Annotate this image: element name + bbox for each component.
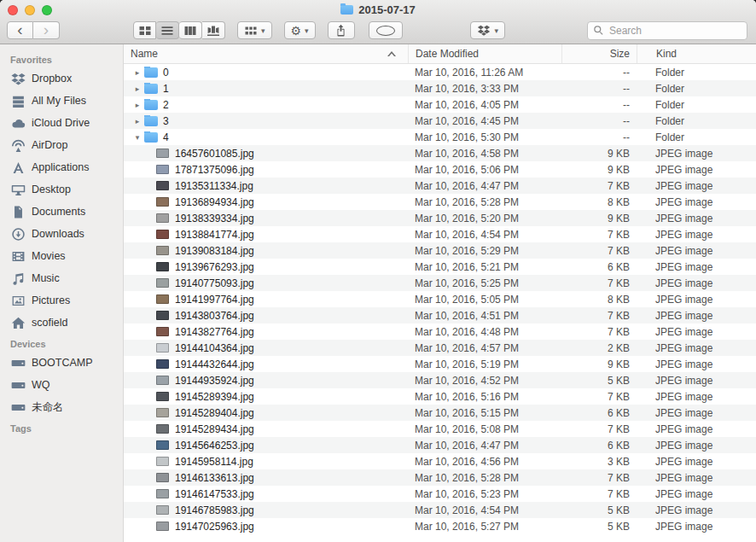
date-modified-cell: Mar 10, 2016, 5:08 PM <box>408 423 561 435</box>
table-row[interactable]: 19143803764.jpgMar 10, 2016, 4:51 PM7 KB… <box>124 307 756 323</box>
table-row[interactable]: 19144935924.jpgMar 10, 2016, 4:52 PM5 KB… <box>124 372 756 388</box>
sidebar-item-label: Applications <box>32 161 89 173</box>
disclosure-triangle[interactable]: ▸ <box>131 101 144 109</box>
file-name-cell: ▾4 <box>124 131 408 143</box>
disclosure-triangle[interactable]: ▾ <box>131 133 144 142</box>
table-row[interactable]: 19139676293.jpgMar 10, 2016, 5:21 PM6 KB… <box>124 259 756 275</box>
table-row[interactable]: 19146147533.jpgMar 10, 2016, 5:23 PM7 KB… <box>124 486 756 502</box>
sidebar-section-label: Favorites <box>0 50 123 67</box>
sidebar-item-bootcamp[interactable]: BOOTCAMP <box>0 352 123 374</box>
image-file-icon <box>156 327 169 336</box>
table-row[interactable]: 19135311334.jpgMar 10, 2016, 4:47 PM7 KB… <box>124 178 756 194</box>
file-name: 19144104364.jpg <box>175 342 254 354</box>
column-header-name[interactable]: Name <box>124 44 408 63</box>
forward-button[interactable]: › <box>33 21 60 39</box>
proxy-folder-icon <box>340 5 353 15</box>
date-modified-cell: Mar 10, 2016, 3:33 PM <box>408 83 561 95</box>
sidebar-item-dropbox[interactable]: Dropbox <box>0 67 123 90</box>
table-row[interactable]: 19139083184.jpgMar 10, 2016, 5:29 PM7 KB… <box>124 242 756 259</box>
sidebar-item--[interactable]: 未命名 <box>0 396 123 418</box>
table-row[interactable]: 19143827764.jpgMar 10, 2016, 4:48 PM7 KB… <box>124 323 756 340</box>
sidebar-item-label: All My Files <box>32 95 86 107</box>
file-name-cell: 19144935924.jpg <box>124 375 408 387</box>
search-field[interactable] <box>587 21 747 40</box>
kind-cell: JPEG image <box>637 407 756 419</box>
size-cell: 9 KB <box>561 148 637 160</box>
action-menu-button[interactable]: ⚙ ▾ <box>284 21 316 39</box>
back-button[interactable]: ‹ <box>7 21 33 39</box>
file-name: 19139676293.jpg <box>175 261 254 273</box>
column-header-date-modified[interactable]: Date Modified <box>408 44 561 63</box>
image-file-icon <box>156 505 169 515</box>
sidebar-item-applications[interactable]: Applications <box>0 156 123 178</box>
table-row[interactable]: 17871375096.jpgMar 10, 2016, 5:06 PM9 KB… <box>124 161 756 178</box>
table-row[interactable]: 19141997764.jpgMar 10, 2016, 5:05 PM8 KB… <box>124 291 756 307</box>
list-view-button[interactable] <box>156 21 179 39</box>
table-row[interactable]: ▾4Mar 10, 2016, 5:30 PM--Folder <box>124 129 756 145</box>
kind-cell: JPEG image <box>637 375 756 387</box>
image-file-icon <box>156 473 169 482</box>
sidebar-item-scofield[interactable]: scofield <box>0 312 123 334</box>
image-file-icon <box>156 230 169 239</box>
table-row[interactable]: 19145289394.jpgMar 10, 2016, 5:16 PM7 KB… <box>124 388 756 405</box>
table-row[interactable]: 19136894934.jpgMar 10, 2016, 5:28 PM8 KB… <box>124 194 756 210</box>
sidebar-item-downloads[interactable]: Downloads <box>0 223 123 245</box>
app-icon <box>11 160 26 175</box>
column-header-kind[interactable]: Kind <box>637 44 756 63</box>
table-row[interactable]: ▸0Mar 10, 2016, 11:26 AM--Folder <box>124 64 756 80</box>
image-file-icon <box>156 457 169 466</box>
disclosure-triangle[interactable]: ▸ <box>131 117 144 125</box>
table-row[interactable]: ▸2Mar 10, 2016, 4:05 PM--Folder <box>124 96 756 113</box>
sidebar-item-music[interactable]: Music <box>0 267 123 289</box>
share-button[interactable] <box>328 21 355 39</box>
table-row[interactable]: 19138841774.jpgMar 10, 2016, 4:54 PM7 KB… <box>124 226 756 242</box>
arrange-menu-button[interactable]: ▾ <box>237 21 272 39</box>
sidebar-item-wq[interactable]: WQ <box>0 374 123 396</box>
sidebar-item-airdrop[interactable]: AirDrop <box>0 134 123 156</box>
table-row[interactable]: ▸1Mar 10, 2016, 3:33 PM--Folder <box>124 80 756 96</box>
dropbox-menu-button[interactable]: ▾ <box>470 21 505 39</box>
sidebar-item-documents[interactable]: Documents <box>0 201 123 223</box>
table-row[interactable]: 19146785983.jpgMar 10, 2016, 4:54 PM5 KB… <box>124 502 756 518</box>
table-row[interactable]: 19147025963.jpgMar 10, 2016, 5:27 PM5 KB… <box>124 518 756 534</box>
file-name-cell: 19145958114.jpg <box>124 456 408 468</box>
coverflow-view-button[interactable] <box>202 21 225 39</box>
table-row[interactable]: 19145289404.jpgMar 10, 2016, 5:15 PM6 KB… <box>124 405 756 421</box>
image-file-icon <box>156 181 169 190</box>
table-row[interactable]: 19145289434.jpgMar 10, 2016, 5:08 PM7 KB… <box>124 421 756 437</box>
column-header-size[interactable]: Size <box>561 44 637 63</box>
search-input[interactable] <box>608 24 741 38</box>
sidebar-item-label: Desktop <box>32 184 71 195</box>
file-name-cell: 19146785983.jpg <box>124 504 408 516</box>
image-file-icon <box>156 165 169 174</box>
file-name: 19143803764.jpg <box>175 310 254 322</box>
column-view-button[interactable] <box>179 21 202 39</box>
file-name: 19139083184.jpg <box>175 245 254 257</box>
table-row[interactable]: 19145958114.jpgMar 10, 2016, 4:56 PM3 KB… <box>124 453 756 469</box>
drive-icon <box>11 400 26 415</box>
table-row[interactable]: 19144432644.jpgMar 10, 2016, 5:19 PM9 KB… <box>124 356 756 372</box>
image-file-icon <box>156 359 169 369</box>
sidebar-item-icloud-drive[interactable]: iCloud Drive <box>0 112 123 134</box>
table-row[interactable]: 16457601085.jpgMar 10, 2016, 4:58 PM9 KB… <box>124 145 756 161</box>
icon-view-button[interactable] <box>133 21 156 39</box>
file-name: 19144432644.jpg <box>175 358 254 370</box>
file-name: 16457601085.jpg <box>175 148 254 160</box>
sidebar-item-desktop[interactable]: Desktop <box>0 178 123 201</box>
chevron-down-icon: ▾ <box>261 26 265 35</box>
kind-cell: JPEG image <box>637 456 756 468</box>
disclosure-triangle[interactable]: ▸ <box>131 68 144 77</box>
sidebar-item-all-my-files[interactable]: All My Files <box>0 90 123 112</box>
sort-ascending-icon <box>387 51 396 56</box>
table-row[interactable]: 19140775093.jpgMar 10, 2016, 5:25 PM7 KB… <box>124 275 756 291</box>
table-row[interactable]: 19145646253.jpgMar 10, 2016, 4:47 PM6 KB… <box>124 437 756 453</box>
sidebar-item-movies[interactable]: Movies <box>0 245 123 267</box>
table-row[interactable]: 19138339334.jpgMar 10, 2016, 5:20 PM9 KB… <box>124 210 756 226</box>
table-row[interactable]: 19144104364.jpgMar 10, 2016, 4:57 PM2 KB… <box>124 340 756 356</box>
edit-tags-button[interactable] <box>369 21 403 39</box>
kind-cell: JPEG image <box>637 391 756 403</box>
table-row[interactable]: 19146133613.jpgMar 10, 2016, 5:28 PM7 KB… <box>124 469 756 486</box>
sidebar-item-pictures[interactable]: Pictures <box>0 289 123 312</box>
disclosure-triangle[interactable]: ▸ <box>131 85 144 93</box>
table-row[interactable]: ▸3Mar 10, 2016, 4:45 PM--Folder <box>124 113 756 129</box>
